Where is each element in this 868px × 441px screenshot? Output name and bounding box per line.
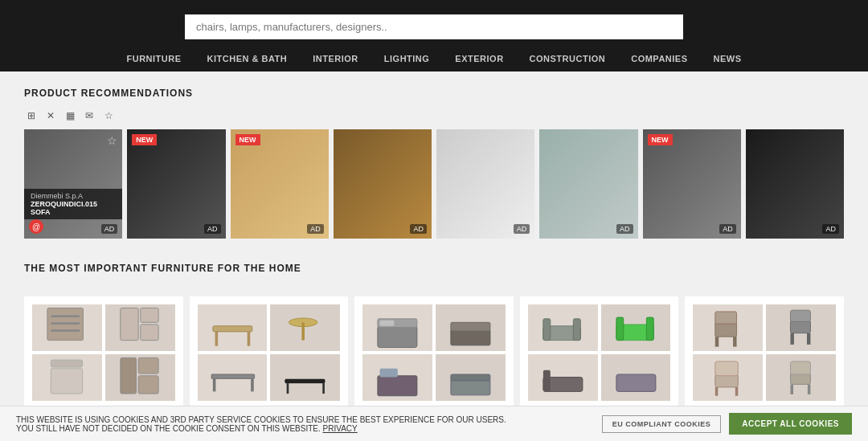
- star-badge[interactable]: ☆: [107, 134, 117, 147]
- svg-rect-13: [215, 332, 218, 346]
- product-recommendations-title: PRODUCT RECOMMENDATIONS: [24, 88, 844, 99]
- new-badge: NEW: [132, 134, 157, 145]
- svg-rect-31: [451, 374, 490, 381]
- cookie-text: THIS WEBSITE IS USING COOKIES AND 3RD PA…: [16, 415, 602, 433]
- product-brand: Diemmebi S.p.A: [31, 192, 116, 200]
- toolbar: ⊞ ✕ ▦ ✉ ☆: [24, 108, 844, 123]
- furniture-img[interactable]: [270, 354, 340, 401]
- furniture-images: [362, 304, 506, 401]
- nav-item-lighting[interactable]: LIGHTING: [371, 46, 443, 71]
- svg-rect-40: [616, 374, 655, 391]
- ad-badge: AD: [514, 224, 530, 234]
- furniture-img[interactable]: [766, 304, 836, 351]
- nav-item-interior[interactable]: INTERIOR: [300, 46, 371, 71]
- svg-rect-25: [380, 321, 395, 326]
- furniture-img[interactable]: [693, 304, 763, 351]
- search-input[interactable]: [185, 14, 683, 39]
- product-card[interactable]: NEWAD: [127, 129, 225, 239]
- furniture-img[interactable]: [198, 354, 268, 401]
- ad-badge: AD: [307, 224, 324, 234]
- product-card[interactable]: AD: [539, 129, 637, 239]
- privacy-link[interactable]: PRIVACY: [323, 424, 358, 433]
- product-card[interactable]: AD: [746, 129, 844, 239]
- new-badge: NEW: [648, 134, 673, 145]
- svg-rect-1: [51, 315, 80, 317]
- furniture-img[interactable]: [198, 304, 268, 351]
- product-card[interactable]: AD: [334, 129, 432, 239]
- product-label: Diemmebi S.p.AZEROQUINDICI.015 SOFA: [24, 189, 122, 219]
- svg-rect-45: [791, 321, 811, 333]
- furniture-img[interactable]: [693, 354, 763, 401]
- svg-rect-17: [211, 374, 255, 378]
- furniture-section-title: THE MOST IMPORTANT FURNITURE FOR THE HOM…: [24, 263, 844, 274]
- nav-item-exterior[interactable]: EXTERIOR: [442, 46, 516, 71]
- furniture-img[interactable]: [528, 354, 598, 401]
- svg-rect-16: [302, 322, 305, 340]
- product-name: ZEROQUINDICI.015 SOFA: [31, 200, 116, 216]
- grid-icon[interactable]: ⊞: [24, 108, 39, 123]
- furniture-img[interactable]: [601, 354, 671, 401]
- furniture-img[interactable]: [105, 354, 175, 401]
- furniture-img[interactable]: [32, 354, 102, 401]
- furniture-images: [528, 304, 671, 401]
- svg-rect-34: [573, 319, 580, 341]
- svg-rect-46: [791, 310, 811, 321]
- svg-rect-14: [247, 332, 250, 346]
- svg-rect-52: [735, 387, 739, 396]
- furniture-img[interactable]: [766, 354, 836, 401]
- furniture-img[interactable]: [362, 354, 432, 401]
- svg-rect-36: [616, 317, 623, 341]
- svg-rect-29: [380, 369, 398, 378]
- svg-rect-22: [323, 383, 326, 394]
- svg-rect-44: [733, 337, 736, 346]
- svg-rect-11: [138, 376, 158, 394]
- eu-compliant-button[interactable]: EU COMPLIANT COOKIES: [602, 415, 722, 433]
- product-card[interactable]: ☆Diemmebi S.p.AZEROQUINDICI.015 SOFA@AD: [24, 129, 122, 239]
- svg-rect-30: [451, 379, 490, 395]
- furniture-img[interactable]: [436, 354, 506, 401]
- svg-rect-47: [791, 333, 794, 345]
- svg-rect-37: [646, 317, 653, 341]
- grid2-icon[interactable]: ▦: [63, 108, 77, 123]
- furniture-img[interactable]: [32, 304, 102, 351]
- cookie-actions: EU COMPLIANT COOKIES ACCEPT ALL COOKIES: [602, 413, 852, 435]
- envelope-icon[interactable]: ✉: [82, 108, 96, 123]
- svg-rect-18: [212, 378, 215, 391]
- svg-rect-49: [715, 374, 739, 387]
- star-icon[interactable]: ☆: [101, 108, 116, 123]
- nav-item-kitchen--bath[interactable]: KITCHEN & BATH: [194, 46, 301, 71]
- product-card[interactable]: NEWAD: [643, 129, 741, 239]
- x-icon[interactable]: ✕: [43, 108, 58, 123]
- product-card[interactable]: NEWAD: [231, 129, 329, 239]
- nav-item-furniture[interactable]: FURNITURE: [113, 46, 194, 71]
- svg-rect-10: [138, 357, 158, 374]
- furniture-img[interactable]: [362, 304, 432, 351]
- furniture-img[interactable]: [270, 304, 340, 351]
- svg-rect-26: [451, 329, 490, 345]
- furniture-img[interactable]: [105, 304, 175, 351]
- svg-rect-55: [791, 384, 794, 394]
- svg-rect-23: [378, 326, 417, 348]
- nav-item-news[interactable]: NEWS: [701, 46, 755, 71]
- svg-rect-56: [808, 384, 811, 394]
- svg-rect-6: [141, 325, 158, 341]
- accept-cookies-button[interactable]: ACCEPT ALL COOKIES: [729, 413, 852, 435]
- nav-item-construction[interactable]: CONSTRUCTION: [517, 46, 619, 71]
- ad-badge: AD: [204, 224, 221, 234]
- svg-rect-43: [715, 337, 719, 346]
- svg-rect-12: [212, 326, 252, 332]
- furniture-img[interactable]: [528, 304, 598, 351]
- furniture-img[interactable]: [601, 304, 671, 351]
- svg-rect-3: [51, 329, 80, 332]
- svg-rect-4: [121, 308, 138, 340]
- svg-rect-42: [715, 312, 737, 324]
- main-content: PRODUCT RECOMMENDATIONS ⊞ ✕ ▦ ✉ ☆ ☆Diemm…: [0, 71, 868, 441]
- cookie-line1: THIS WEBSITE IS USING COOKIES AND 3RD PA…: [16, 415, 506, 424]
- header: FURNITUREKITCHEN & BATHINTERIORLIGHTINGE…: [0, 0, 868, 71]
- svg-rect-21: [287, 383, 289, 394]
- product-card[interactable]: AD: [436, 129, 534, 239]
- furniture-img[interactable]: [436, 304, 506, 351]
- contact-icon[interactable]: @: [29, 219, 43, 234]
- svg-rect-48: [807, 333, 810, 345]
- nav-item-companies[interactable]: COMPANIES: [618, 46, 700, 71]
